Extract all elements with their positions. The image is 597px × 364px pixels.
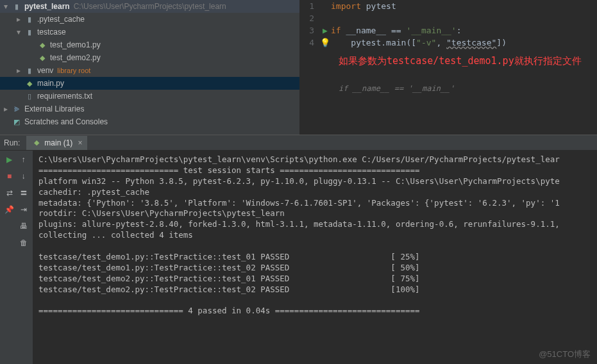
- wrap-button[interactable]: 〓: [17, 186, 30, 199]
- layout-button[interactable]: ⇄: [3, 186, 16, 199]
- scroll-button[interactable]: ⇥: [17, 203, 30, 216]
- intention-bulb-icon[interactable]: 💡: [319, 37, 331, 49]
- label: requirements.txt: [37, 92, 92, 101]
- stop-button[interactable]: ■: [3, 170, 16, 183]
- tree-root[interactable]: ▾ ▮ pytest_learn C:\Users\User\PycharmPr…: [0, 0, 299, 13]
- line-number: 1: [300, 0, 319, 12]
- label: testcase: [37, 28, 66, 37]
- chevron-right-icon: ▸: [17, 66, 24, 75]
- lib-tag: library root: [57, 67, 90, 74]
- close-icon[interactable]: ×: [78, 138, 82, 147]
- annotation-text: 如果参数为testcase/test_demo1.py就执行指定文件: [300, 49, 597, 69]
- label: .pytest_cache: [37, 15, 85, 24]
- python-file-icon: ◆: [24, 78, 35, 88]
- label: Scratches and Consoles: [24, 117, 108, 126]
- folder-icon: ▮: [24, 14, 35, 24]
- tree-item-external[interactable]: ▸ ⫸ External Libraries: [0, 103, 299, 115]
- trash-button[interactable]: 🗑: [17, 236, 30, 249]
- run-panel: Run: ◆ main (1) × ▶ ■ ⇄ 📌 ↑ ↓ 〓 ⇥ 🖶: [0, 135, 597, 364]
- line-number: 2: [300, 12, 319, 24]
- line-number: 3: [300, 24, 319, 37]
- root-path: C:\Users\User\PycharmProjects\pytest_lea…: [74, 2, 226, 11]
- print-button[interactable]: 🖶: [17, 220, 30, 233]
- folder-icon: ▮: [12, 1, 22, 12]
- root-label: pytest_learn: [24, 2, 70, 11]
- down-button[interactable]: ↓: [17, 170, 30, 183]
- label: test_demo1.py: [50, 40, 101, 49]
- up-button[interactable]: ↑: [17, 153, 30, 166]
- label: venv: [37, 66, 53, 75]
- watermark: @51CTO博客: [539, 349, 591, 360]
- tree-item-requirements[interactable]: ▯ requirements.txt: [0, 90, 299, 103]
- tree-item-pytest-cache[interactable]: ▸ ▮ .pytest_cache: [0, 13, 299, 26]
- chevron-down-icon: ▾: [17, 28, 24, 37]
- label: test_demo2.py: [50, 53, 101, 62]
- scratches-icon: ◩: [12, 117, 22, 127]
- tree-item-venv[interactable]: ▸ ▮ venv library root: [0, 64, 299, 77]
- chevron-down-icon: ▾: [4, 2, 12, 11]
- line-number: 4: [300, 37, 319, 49]
- text-file-icon: ▯: [24, 91, 35, 101]
- code-editor[interactable]: 1import pytest 2 3▶if __name__ == '__mai…: [300, 0, 597, 135]
- console-output[interactable]: C:\Users\User\PycharmProjects\pytest_lea…: [33, 151, 597, 364]
- libraries-icon: ⫸: [12, 104, 22, 114]
- tree-item-demo1[interactable]: ◆ test_demo1.py: [0, 38, 299, 51]
- run-header: Run: ◆ main (1) ×: [0, 135, 597, 151]
- chevron-right-icon: ▸: [17, 15, 24, 24]
- rerun-button[interactable]: ▶: [3, 153, 16, 166]
- tree-item-demo2[interactable]: ◆ test_demo2.py: [0, 51, 299, 64]
- run-toolbar: ▶ ■ ⇄ 📌 ↑ ↓ 〓 ⇥ 🖶 🗑: [0, 151, 33, 364]
- python-file-icon: ◆: [31, 138, 42, 148]
- tree-item-testcase[interactable]: ▾ ▮ testcase: [0, 26, 299, 38]
- run-tab[interactable]: ◆ main (1) ×: [26, 136, 87, 150]
- folder-icon: ▮: [24, 65, 35, 76]
- project-tree[interactable]: ▾ ▮ pytest_learn C:\Users\User\PycharmPr…: [0, 0, 300, 135]
- label: main.py: [37, 79, 64, 88]
- folder-icon: ▮: [24, 27, 35, 37]
- python-file-icon: ◆: [37, 40, 47, 50]
- breadcrumb-hint: if __name__ == '__main__': [300, 84, 597, 93]
- run-gutter-icon[interactable]: ▶: [319, 24, 331, 37]
- chevron-right-icon: ▸: [4, 104, 12, 113]
- tree-item-main[interactable]: ◆ main.py: [0, 77, 299, 90]
- run-label: Run:: [4, 138, 20, 147]
- pin-button[interactable]: 📌: [3, 203, 16, 216]
- label: External Libraries: [24, 104, 84, 113]
- python-file-icon: ◆: [37, 53, 47, 63]
- run-tab-label: main (1): [44, 138, 72, 147]
- tree-item-scratches[interactable]: ◩ Scratches and Consoles: [0, 115, 299, 128]
